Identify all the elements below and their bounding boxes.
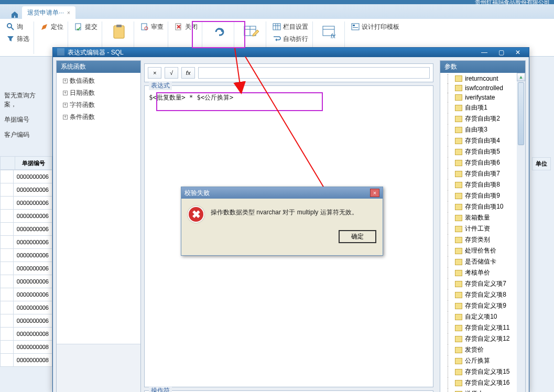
auto-wrap-button[interactable]: 自动折行 [270, 34, 310, 44]
tool-clear[interactable]: × [148, 67, 161, 79]
param-node[interactable]: 自由项1 [440, 102, 525, 113]
param-node[interactable]: 存货自定义项11 [440, 322, 525, 333]
tool-input[interactable] [198, 67, 430, 79]
error-ok-button[interactable]: 确定 [339, 230, 376, 243]
unit-column: 单位 [531, 156, 554, 171]
param-node[interactable]: ireturncount [440, 74, 525, 83]
param-icon [455, 303, 462, 309]
table-row[interactable]: 0000000006 [1, 183, 52, 197]
table-row[interactable]: 0000000006 [1, 170, 52, 183]
function-node[interactable]: +数值函数 [57, 75, 140, 87]
link-button-big[interactable] [207, 21, 232, 42]
table-row[interactable]: 0000000006 [1, 314, 52, 328]
param-node[interactable]: 自由项3 [440, 124, 525, 135]
tool-sqrt[interactable]: √ [165, 67, 178, 79]
param-node[interactable]: 装箱数量 [440, 212, 525, 223]
table-row[interactable]: 0000000008 [1, 354, 52, 367]
close-button[interactable]: 关闭 [172, 21, 200, 32]
param-node[interactable]: 存货自由项10 [440, 201, 525, 212]
filter-button[interactable]: 筛选 [4, 34, 31, 44]
table-row[interactable]: 0000000006 [1, 288, 52, 301]
table-row[interactable]: 0000000006 [1, 301, 52, 314]
param-node[interactable]: 存货自由项2 [440, 113, 525, 124]
table-row[interactable]: 0000000006 [1, 223, 52, 236]
audit-button-big[interactable] [106, 21, 132, 42]
expand-icon[interactable]: + [63, 91, 68, 95]
param-node[interactable]: 处理价售价 [440, 245, 525, 256]
background-grid: 单据编号 00000000060000000006000000000600000… [0, 156, 52, 367]
param-icon [455, 380, 462, 386]
expand-icon[interactable]: + [63, 115, 68, 119]
table-format-button-big[interactable] [238, 21, 264, 42]
param-node[interactable]: 自定义项10 [440, 311, 525, 322]
params-tree[interactable]: ireturncountiswfcontrollediverifystate自由… [440, 73, 525, 392]
print-template-button[interactable]: 设计打印模板 [349, 21, 401, 32]
query-button[interactable]: 询 [4, 21, 31, 32]
param-node[interactable]: 存货自定义项7 [440, 278, 525, 289]
table-fx-button-big[interactable]: fx [317, 21, 342, 42]
audit-button[interactable]: 审查 [138, 21, 166, 32]
function-node[interactable]: +条件函数 [57, 111, 140, 123]
table-row[interactable]: 0000000006 [1, 275, 52, 288]
col-unit: 单位 [532, 157, 551, 170]
table-row[interactable]: 0000000006 [1, 262, 52, 275]
param-node[interactable]: 是否储值卡 [440, 256, 525, 267]
param-node[interactable]: 存货自定义项8 [440, 289, 525, 300]
locate-button[interactable]: 定位 [38, 21, 66, 32]
param-icon [455, 171, 462, 177]
table-row[interactable]: 0000000006 [1, 197, 52, 210]
param-node[interactable]: 考核单价 [440, 267, 525, 278]
minimize-button[interactable]: — [477, 48, 491, 57]
param-node[interactable]: iswfcontrolled [440, 83, 525, 93]
svg-rect-11 [273, 24, 280, 30]
editor-titlebar[interactable]: 表达式编辑器 - SQL — ▢ ✕ [53, 48, 529, 57]
function-tree[interactable]: +数值函数+日期函数+字符函数+条件函数 [57, 73, 140, 125]
param-icon [455, 204, 462, 210]
expand-icon[interactable]: + [63, 103, 68, 107]
close-icon[interactable]: × [67, 10, 70, 16]
table-row[interactable]: 0000000006 [1, 236, 52, 249]
window-close-button[interactable]: ✕ [511, 48, 525, 57]
error-icon: ✖ [188, 206, 204, 223]
expand-icon[interactable]: + [63, 79, 68, 83]
param-node[interactable]: 存货自定义项12 [440, 333, 525, 344]
param-node[interactable]: 计件工资 [440, 223, 525, 234]
param-icon [455, 369, 462, 375]
tab-return-request[interactable]: 退货申请单··· × [22, 6, 75, 19]
param-node[interactable]: 公斤换算 [440, 355, 525, 366]
param-node[interactable]: 存货自由项5 [440, 146, 525, 157]
home-icon[interactable] [10, 10, 19, 19]
param-node[interactable]: 存货自定义项9 [440, 300, 525, 311]
table-row[interactable]: 0000000006 [1, 249, 52, 262]
scroll-thumb[interactable] [518, 82, 524, 145]
maximize-button[interactable]: ▢ [494, 48, 508, 57]
param-node[interactable]: iverifystate [440, 93, 525, 102]
svg-rect-19 [353, 25, 355, 26]
param-node[interactable]: 存货自由项8 [440, 179, 525, 190]
param-node[interactable]: 存货自由项9 [440, 190, 525, 201]
error-titlebar[interactable]: 校验失败 × [181, 187, 383, 199]
param-node[interactable]: 存货自由项4 [440, 135, 525, 146]
param-icon [455, 149, 462, 155]
error-close-button[interactable]: × [370, 189, 379, 197]
column-setting-button[interactable]: 栏目设置 [270, 21, 310, 32]
params-scrollbar[interactable]: ▲ ▼ [517, 73, 525, 392]
function-node[interactable]: +日期函数 [57, 87, 140, 99]
param-node[interactable]: 发货价 [440, 344, 525, 355]
col-bill-no: 单据编号 [15, 157, 52, 170]
tool-fx[interactable]: fx [181, 67, 195, 79]
scroll-up-button[interactable]: ▲ [517, 73, 525, 81]
param-node[interactable]: 存货自定义项16 [440, 377, 525, 388]
table-row[interactable]: 0000000008 [1, 328, 52, 341]
table-fx-icon: fx [321, 24, 338, 40]
param-node[interactable]: 存货自定义项15 [440, 366, 525, 377]
param-node[interactable]: 送货人 [440, 388, 525, 392]
table-row[interactable]: 0000000008 [1, 341, 52, 354]
table-row[interactable]: 0000000006 [1, 210, 52, 223]
param-node[interactable]: 存货自由项7 [440, 168, 525, 179]
param-node[interactable]: 存货自由项6 [440, 157, 525, 168]
submit-button[interactable]: 提交 [72, 21, 100, 32]
param-node[interactable]: 存货类别 [440, 234, 525, 245]
table-pencil-icon [243, 24, 259, 40]
function-node[interactable]: +字符函数 [57, 99, 140, 111]
